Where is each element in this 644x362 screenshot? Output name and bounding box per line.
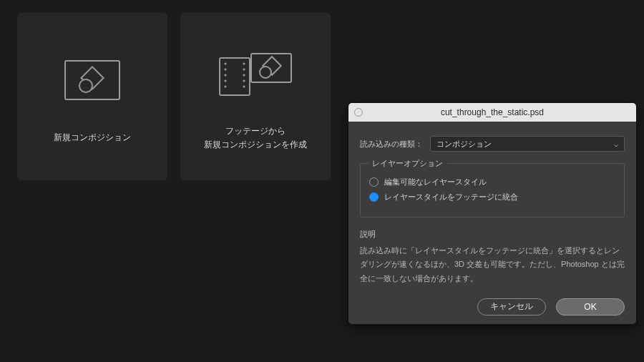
dialog-title: cut_through_the_static.psd (441, 107, 544, 117)
svg-point-12 (243, 79, 245, 82)
svg-point-2 (79, 79, 92, 92)
ok-button[interactable]: OK (556, 298, 625, 315)
svg-point-7 (224, 79, 226, 82)
svg-point-8 (224, 85, 226, 87)
import-kind-select[interactable]: コンポジション ⌵ (430, 136, 625, 152)
svg-point-6 (224, 74, 226, 76)
radio-merge-styles[interactable]: レイヤースタイルをフッテージに統合 (369, 192, 615, 202)
close-icon[interactable] (354, 108, 363, 117)
svg-rect-3 (220, 58, 250, 95)
radio-icon (369, 192, 379, 202)
cancel-button[interactable]: キャンセル (477, 298, 546, 315)
svg-point-13 (243, 85, 245, 87)
svg-point-9 (243, 62, 245, 64)
svg-point-4 (224, 62, 226, 64)
import-kind-label: 読み込みの種類： (360, 139, 423, 150)
svg-point-16 (260, 67, 271, 78)
footage-composition-icon (218, 41, 293, 106)
radio-editable-styles[interactable]: 編集可能なレイヤースタイル (369, 177, 615, 187)
import-kind-value: コンポジション (436, 139, 492, 150)
dialog-titlebar: cut_through_the_static.psd (348, 103, 636, 122)
new-composition-label: 新規コンポジション (54, 131, 131, 145)
svg-point-5 (224, 68, 226, 70)
radio-icon (369, 177, 379, 187)
new-composition-card[interactable]: 新規コンポジション (17, 13, 167, 180)
chevron-down-icon: ⌵ (614, 140, 618, 148)
composition-icon (64, 48, 120, 112)
description-text: 読み込み時に「レイヤースタイルをフッテージに統合」を選択するとレンダリングが速く… (360, 244, 625, 285)
svg-point-10 (243, 68, 245, 70)
start-cards: 新規コンポジション フッテージから 新規コンポジションを作成 (17, 13, 331, 180)
footage-composition-card[interactable]: フッテージから 新規コンポジションを作成 (180, 13, 331, 180)
layer-options-legend: レイヤーオプション (368, 158, 447, 169)
footage-composition-label: フッテージから 新規コンポジションを作成 (204, 124, 307, 152)
layer-options-fieldset: レイヤーオプション 編集可能なレイヤースタイル レイヤースタイルをフッテージに統… (360, 163, 625, 217)
description-title: 説明 (360, 229, 625, 240)
svg-point-11 (243, 74, 245, 76)
import-dialog: cut_through_the_static.psd 読み込みの種類： コンポジ… (348, 102, 637, 325)
